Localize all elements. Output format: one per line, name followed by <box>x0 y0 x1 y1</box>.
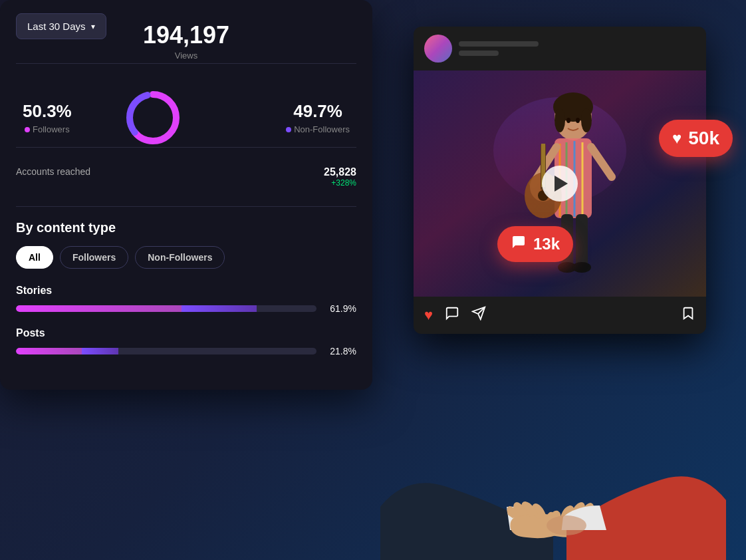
comment-bubble-icon <box>511 234 527 254</box>
accounts-change: +328% <box>324 178 356 188</box>
views-number: 194,197 <box>16 21 356 49</box>
divider-mid <box>16 147 356 148</box>
svg-point-27 <box>566 118 570 123</box>
non-followers-dot <box>286 127 291 132</box>
likes-count: 50k <box>688 128 719 149</box>
svg-point-28 <box>576 118 580 123</box>
svg-rect-24 <box>576 214 588 267</box>
svg-point-7 <box>555 108 565 132</box>
posts-percent: 21.8% <box>324 346 356 356</box>
posts-bar-track <box>16 348 316 354</box>
likes-bubble: ♥ 50k <box>659 120 733 157</box>
stories-label: Stories <box>16 285 356 297</box>
divider-top <box>16 63 356 64</box>
stories-bar-row: 61.9% <box>16 303 356 314</box>
accounts-reached-label: Accounts reached <box>16 166 90 177</box>
filter-followers[interactable]: Followers <box>60 246 128 269</box>
non-followers-percent: 49.7% <box>286 101 350 122</box>
stories-bar-purple <box>182 305 257 312</box>
followers-dot <box>25 127 30 132</box>
play-triangle-icon <box>555 176 568 192</box>
non-followers-stat: 49.7% Non-Followers <box>286 101 350 134</box>
followers-label: Followers <box>23 124 72 134</box>
donut-chart <box>123 88 183 148</box>
actions-left: ♥ <box>424 306 486 325</box>
heart-bubble-icon: ♥ <box>672 129 682 148</box>
comments-bubble: 13k <box>497 226 573 262</box>
stories-bar-track <box>16 305 316 312</box>
section-title: By content type <box>16 220 356 235</box>
posts-bar-purple <box>82 348 118 354</box>
play-button[interactable] <box>542 166 578 202</box>
followers-percent: 50.3% <box>23 101 72 122</box>
filter-buttons: All Followers Non-Followers <box>16 246 356 269</box>
avatar <box>424 35 452 63</box>
stories-section: Stories 61.9% <box>16 285 356 314</box>
views-display: 194,197 Views <box>16 21 356 61</box>
analytics-card: Last 30 Days ▾ 50.3% Followers 49 <box>0 0 372 390</box>
accounts-number: 25,828 <box>324 166 356 178</box>
views-section: 50.3% Followers 49.7% Non-Followers <box>16 74 356 161</box>
posts-label: Posts <box>16 327 356 339</box>
accounts-reached-values: 25,828 +328% <box>324 166 356 188</box>
stories-bar-pink <box>16 305 182 312</box>
divider-bottom <box>16 206 356 207</box>
social-image <box>414 70 706 297</box>
filter-all[interactable]: All <box>16 246 53 269</box>
handshake-svg <box>380 407 726 560</box>
handshake-area <box>380 407 726 560</box>
comment-icon[interactable] <box>445 306 459 325</box>
svg-point-26 <box>572 262 591 273</box>
filter-non-followers[interactable]: Non-Followers <box>135 246 225 269</box>
handle-line <box>459 51 499 56</box>
svg-point-31 <box>547 515 586 535</box>
posts-bar-pink <box>16 348 82 354</box>
non-followers-label: Non-Followers <box>286 124 350 134</box>
posts-section: Posts 21.8% <box>16 327 356 356</box>
posts-bar-row: 21.8% <box>16 346 356 356</box>
header-lines <box>459 41 539 56</box>
username-line <box>459 41 539 47</box>
accounts-reached-row: Accounts reached 25,828 +328% <box>16 158 356 196</box>
comments-count: 13k <box>533 235 560 253</box>
svg-point-8 <box>581 108 592 132</box>
donut-svg <box>123 88 183 148</box>
views-label: Views <box>16 51 356 61</box>
social-header <box>414 27 706 70</box>
share-icon[interactable] <box>471 306 486 325</box>
heart-icon[interactable]: ♥ <box>424 307 433 324</box>
social-card: ♥ <box>414 27 706 334</box>
bookmark-icon[interactable] <box>681 306 695 325</box>
stories-percent: 61.9% <box>324 303 356 314</box>
followers-stat: 50.3% Followers <box>23 101 72 134</box>
social-actions: ♥ <box>414 297 706 334</box>
